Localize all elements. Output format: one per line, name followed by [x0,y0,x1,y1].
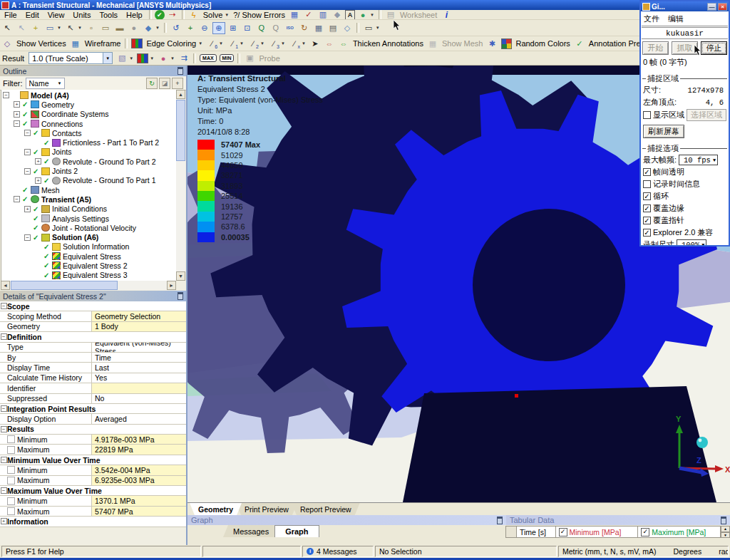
chevron-down-icon[interactable]: ▼ [129,56,133,61]
tree-expander-icon[interactable]: + [24,206,31,212]
print-icon[interactable]: ▤ [327,22,339,34]
smooth-contours-icon[interactable]: ● [157,52,170,64]
recorder-title-bar[interactable]: Gi... — × [641,1,729,11]
menu-edit[interactable]: Edit [21,10,43,19]
show-region-checkbox[interactable] [643,111,651,119]
vector-display-icon[interactable]: ⇉ [178,52,190,64]
box-zoom-icon[interactable]: ⊞ [227,22,240,34]
scroll-up-icon[interactable]: ▲ [176,90,185,99]
tree-expander-icon[interactable]: − [14,196,20,202]
refresh-screen-button[interactable]: 刷新屏幕 [643,125,684,138]
tree-expander-icon[interactable]: + [14,111,20,118]
tree-item[interactable]: −✓Contacts [1,128,176,138]
tab-graph[interactable]: Graph [274,525,319,537]
body-filter-icon[interactable]: ● [128,22,140,34]
details-property-value[interactable]: Time [91,353,186,362]
tree-item[interactable]: ✓Solution Information [1,242,176,252]
new-section-plane-icon[interactable]: ▦ [288,10,301,20]
stop-button[interactable]: 停止 [701,41,727,55]
scrollbar-thumb[interactable] [11,281,118,290]
tree-expander-icon[interactable]: − [14,120,20,127]
category-expander-icon[interactable]: − [1,426,7,432]
tree-item[interactable]: −Model (A4) [1,90,176,100]
chevron-down-icon[interactable]: ▼ [219,41,223,46]
result-scale-combo[interactable]: 1.0 (True Scale)▼ [29,52,113,64]
tabular-maximum-column[interactable]: ✓Maximum [MPa] [637,526,721,538]
geometry-display-icon[interactable]: ▧ [115,52,128,64]
chevron-down-icon[interactable]: ▼ [57,26,61,30]
interrupt-solution-icon[interactable]: ⇢ [166,10,179,20]
edge-direction-2-icon[interactable]: ∕1 [226,38,239,50]
info-icon[interactable]: i [440,10,453,20]
toolbar-label[interactable]: Solve [203,11,223,19]
probe-icon[interactable]: ▣ [243,52,256,64]
details-property-value[interactable]: 57407 MPa [91,507,186,516]
show-mesh-icon[interactable]: ▦ [426,38,439,50]
category-expander-icon[interactable]: − [1,405,7,412]
tree-expander-icon[interactable]: − [3,92,9,98]
record-size-dropdown[interactable]: 100%▼ [677,239,706,247]
color-sphere-icon[interactable]: ● [356,10,369,20]
details-property-value[interactable]: 1370.1 MPa [91,496,186,505]
scale-annotation-icon[interactable]: ⇔ [323,38,336,50]
refresh-tree-icon[interactable]: ↻ [146,78,158,89]
tree-expander-icon[interactable]: − [24,168,31,175]
result-checkbox[interactable] [7,435,15,443]
zoom-in-icon[interactable]: ⊕ [212,22,225,34]
edge-filter-icon[interactable]: ▭ [99,22,112,34]
tree-item[interactable]: ✓Frictionless - Part 1 To Part 2 [1,138,176,147]
extend-selection-icon[interactable]: ◆ [142,22,155,34]
chevron-down-icon[interactable]: ▼ [103,53,112,63]
tree-item[interactable]: +✓Revolute - Ground To Part 2 [1,157,176,166]
pin-icon[interactable] [178,292,183,300]
toolbar-label[interactable]: Result [2,54,24,63]
category-expander-icon[interactable]: − [1,487,7,494]
thicken-annotations-icon[interactable]: ⇔ [337,38,350,50]
details-property-value[interactable] [91,383,186,393]
tree-expander-icon[interactable]: − [24,234,31,241]
pin-icon[interactable] [497,517,503,524]
result-checkbox[interactable] [7,446,15,454]
toolbar-label[interactable]: Edge Coloring [146,39,196,48]
max-annotation-button[interactable]: MAX [200,54,217,62]
pin-icon[interactable] [721,517,726,524]
category-expander-icon[interactable]: − [1,333,7,340]
menu-file[interactable]: File [0,10,21,19]
minimize-button[interactable]: — [707,3,716,11]
tree-vertical-scrollbar[interactable]: ▲ ▼ [176,90,185,281]
tree-expander-icon[interactable]: + [35,158,41,165]
scrollbar-thumb[interactable] [176,100,185,161]
face-filter-icon[interactable]: ▬ [113,22,126,34]
menu-help[interactable]: Help [122,10,147,19]
tab-print-preview[interactable]: Print Preview [236,503,297,515]
details-property-value[interactable]: Last [91,363,186,372]
show-vertices-icon[interactable]: ◇ [1,38,14,50]
viewports-icon[interactable]: ▦ [312,22,325,34]
tab-messages[interactable]: Messages [223,525,279,537]
details-property-value[interactable]: Geometry Selection [91,311,186,321]
option-checkbox[interactable]: ✓ [643,168,651,176]
random-colors-icon[interactable] [500,38,513,50]
status-messages[interactable]: i 4 Messages [302,546,374,557]
edge-direction-4-icon[interactable]: ∕3 [267,38,280,50]
result-checkbox[interactable] [7,507,15,515]
toolbar-label[interactable]: Thicken Annotations [353,39,423,48]
details-property-value[interactable]: 4.9178e-003 MPa [91,435,186,444]
result-checkbox[interactable] [7,477,15,484]
menu-tools[interactable]: Tools [95,10,122,19]
details-property-value[interactable]: 22819 MPa [91,445,186,454]
details-property-value[interactable]: 3.542e-004 MPa [91,465,186,475]
menu-file[interactable]: 文件 [644,14,659,24]
chevron-down-icon[interactable]: ▼ [150,56,154,61]
iso-view-icon[interactable]: ISO [284,22,297,34]
chevron-down-icon[interactable]: ▼ [225,13,229,17]
category-expander-icon[interactable]: − [1,303,7,309]
expand-collapse-icon[interactable]: ◪ [159,78,170,89]
scroll-left-icon[interactable]: ◄ [1,281,10,290]
chevron-down-icon[interactable]: ▼ [78,26,82,30]
toolbar-label[interactable]: Wireframe [85,39,121,48]
grab-button[interactable]: 抓取 [672,41,698,55]
tree-item[interactable]: −✓Connections [1,119,176,128]
option-checkbox[interactable]: ✓ [643,192,651,200]
zoom-fit-icon[interactable]: ⊡ [241,22,254,34]
